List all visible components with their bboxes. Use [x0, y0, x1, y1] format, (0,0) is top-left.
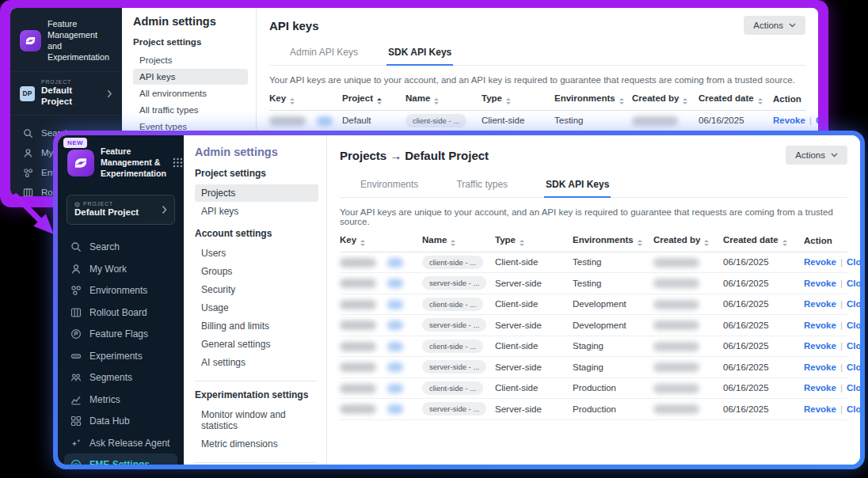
col-header-name[interactable]: Name: [405, 93, 482, 104]
redacted-key: [340, 258, 376, 267]
nav-item-api-keys[interactable]: API keys: [195, 203, 318, 220]
clone-link[interactable]: Clone: [847, 321, 860, 330]
nav-item-api-keys[interactable]: API keys: [133, 69, 248, 85]
col-header-created-by[interactable]: Created by: [632, 93, 699, 104]
col-header-created-by[interactable]: Created by: [653, 235, 723, 246]
nav-item-all-environments[interactable]: All environments: [133, 85, 248, 101]
clone-link[interactable]: Clone: [847, 299, 860, 309]
nav-item-ai-settings[interactable]: AI settings: [195, 354, 318, 371]
project-label: PROJECT: [74, 201, 139, 207]
sidebar-item-metrics[interactable]: Metrics: [64, 389, 177, 411]
revoke-link[interactable]: Revoke: [773, 116, 805, 125]
table-row: client-side - ... Client-side Developmen…: [340, 294, 847, 316]
split-logo-icon: [67, 150, 94, 176]
revoke-link[interactable]: Revoke: [804, 362, 836, 372]
col-header-type[interactable]: Type: [482, 93, 554, 104]
revoke-link[interactable]: Revoke: [804, 257, 836, 267]
sidebar-item-ask-release-agent[interactable]: Ask Release Agent: [64, 432, 177, 454]
nav-item-users[interactable]: Users: [195, 245, 318, 262]
key-name-pill: client-side - ...: [422, 298, 483, 311]
sidebar-item-rollout-board[interactable]: Rollout Board: [64, 302, 177, 324]
clone-link[interactable]: Clone: [847, 257, 860, 267]
col-header-created-date[interactable]: Created date: [699, 93, 773, 104]
back-project-selector[interactable]: DP PROJECT Default Project: [10, 71, 122, 116]
front-project-selector[interactable]: PROJECT Default Project: [67, 195, 175, 225]
redacted-created-by: [653, 342, 699, 351]
sidebar-item-data-hub[interactable]: Data Hub: [64, 410, 177, 432]
nav-item-groups[interactable]: Groups: [195, 263, 318, 280]
split-logo-icon: [20, 30, 41, 51]
tab-traffic-types[interactable]: Traffic types: [455, 176, 509, 198]
table-row: Default client-side - ... Client-side Te…: [269, 111, 805, 132]
nav-item-metric-dimensions[interactable]: Metric dimensions: [195, 435, 318, 453]
revoke-link[interactable]: Revoke: [804, 383, 836, 393]
nav-item-general-settings[interactable]: General settings: [195, 336, 318, 353]
api-keys-description: Your API keys are unique to your account…: [269, 75, 805, 85]
col-header-environments[interactable]: Environments: [554, 93, 632, 104]
redacted-key: [340, 404, 376, 414]
nav-item-all-traffic-types[interactable]: All traffic types: [133, 102, 248, 118]
clone-link[interactable]: Clone: [816, 116, 818, 125]
sidebar-item-fme-settings[interactable]: FME Settings: [64, 453, 177, 465]
revoke-link[interactable]: Revoke: [804, 404, 836, 414]
nav-item-security[interactable]: Security: [195, 281, 318, 298]
redacted-created-by: [653, 300, 699, 309]
nav-item-billing-and-limits[interactable]: Billing and limits: [195, 317, 318, 335]
project-label: PROJECT: [41, 79, 101, 85]
key-name-pill: server-side - ...: [422, 318, 486, 332]
breadcrumb: Projects→Default Project: [340, 149, 489, 162]
breadcrumb-root[interactable]: Projects: [340, 149, 386, 162]
revoke-link[interactable]: Revoke: [804, 279, 836, 288]
front-brand-name: Feature Management & Experimentation: [101, 146, 166, 179]
sidebar-item-segments[interactable]: Segments: [64, 366, 177, 389]
revoke-link[interactable]: Revoke: [804, 321, 836, 330]
nav-item-monitor-window[interactable]: Monitor window and statistics: [195, 406, 318, 434]
col-header-environments[interactable]: Environments: [573, 235, 653, 246]
sidebar-item-feature-flags[interactable]: Feature Flags: [64, 323, 177, 345]
nav-item-projects[interactable]: Projects: [133, 52, 248, 68]
tab-admin-api-keys[interactable]: Admin API Keys: [288, 44, 360, 66]
revoke-link[interactable]: Revoke: [804, 341, 836, 351]
clone-link[interactable]: Clone: [847, 341, 860, 351]
actions-button[interactable]: Actions: [744, 16, 805, 35]
col-header-project[interactable]: Project: [342, 93, 405, 104]
sidebar-item-search[interactable]: Search: [64, 236, 177, 258]
clone-link[interactable]: Clone: [847, 362, 860, 372]
nav-item-usage[interactable]: Usage: [195, 299, 318, 317]
redacted-copy-icon: [387, 300, 403, 309]
nav-item-projects[interactable]: Projects: [195, 184, 318, 202]
tab-environments[interactable]: Environments: [359, 176, 420, 198]
col-header-key[interactable]: Key: [340, 235, 422, 246]
admin-settings-title: Admin settings: [133, 15, 248, 28]
apps-grid-icon[interactable]: [173, 157, 183, 168]
clone-link[interactable]: Clone: [847, 279, 860, 288]
col-header-type[interactable]: Type: [495, 235, 573, 246]
redacted-key: [340, 279, 376, 288]
col-header-created-date[interactable]: Created date: [723, 235, 804, 246]
sort-icon: [377, 98, 382, 104]
table-row: server-side - ... Server-side Production…: [340, 399, 847, 420]
sidebar-item-my-work[interactable]: My Work: [64, 258, 177, 280]
sort-icon: [506, 98, 511, 104]
redacted-key: [269, 116, 306, 126]
sidebar-item-environments[interactable]: Environments: [64, 279, 177, 302]
tab-sdk-api-keys[interactable]: SDK API Keys: [544, 176, 611, 198]
segments-icon: [70, 372, 82, 383]
sort-icon: [638, 240, 642, 246]
clone-link[interactable]: Clone: [847, 383, 860, 393]
back-brand: Feature Management and Experimentation: [10, 8, 122, 71]
sidebar-item-experiments[interactable]: Experiments: [64, 345, 177, 367]
key-name-pill: client-side - ...: [422, 256, 483, 269]
table-row: client-side - ... Client-side Testing 06…: [340, 252, 847, 274]
sort-icon: [434, 98, 439, 104]
back-brand-name: Feature Management and Experimentation: [48, 18, 112, 63]
actions-button[interactable]: Actions: [786, 146, 847, 165]
experiments-icon: [70, 351, 82, 362]
col-header-key[interactable]: Key: [269, 93, 342, 104]
tab-sdk-api-keys[interactable]: SDK API Keys: [386, 44, 453, 66]
back-tab-bar: Admin API Keys SDK API Keys: [269, 44, 805, 66]
nav-section-account-settings: Account settings: [195, 228, 318, 239]
revoke-link[interactable]: Revoke: [804, 299, 836, 309]
clone-link[interactable]: Clone: [847, 404, 860, 414]
col-header-name[interactable]: Name: [422, 235, 495, 246]
